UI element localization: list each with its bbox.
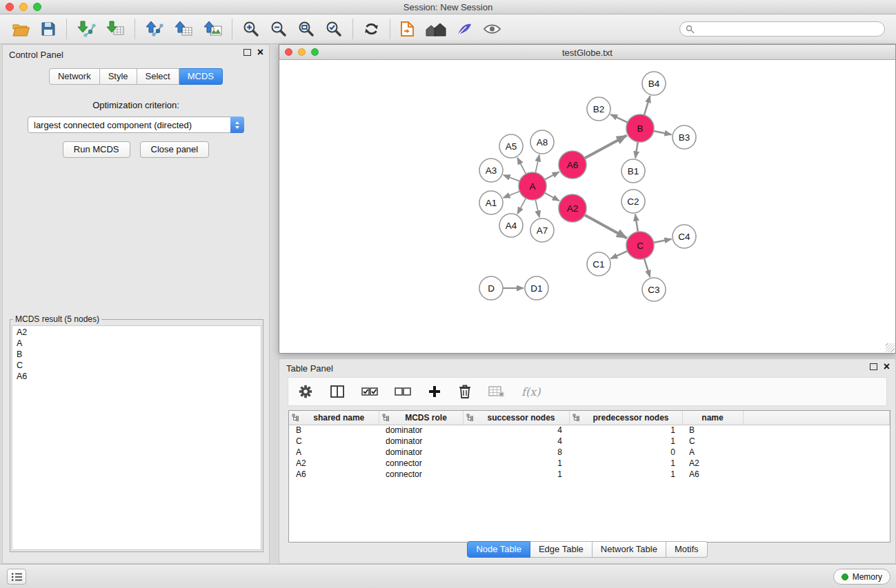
graph-edge-A-A3[interactable]: [504, 175, 520, 181]
mcds-result-item[interactable]: A6: [12, 371, 261, 382]
graph-node-D[interactable]: D: [479, 276, 503, 300]
network-overview-button[interactable]: [423, 20, 448, 39]
graph-edge-C-C2[interactable]: [635, 214, 638, 232]
export-table-button[interactable]: [172, 19, 195, 39]
table-row[interactable]: A6connector11A6: [289, 469, 890, 480]
mcds-result-item[interactable]: C: [12, 360, 261, 371]
table-panel-title: Table Panel: [286, 363, 333, 374]
optimization-criterion-select[interactable]: largest connected component (directed): [28, 116, 244, 133]
zoom-out-button[interactable]: [268, 19, 289, 39]
column-header-name[interactable]: name: [682, 411, 743, 425]
show-hide-button[interactable]: [481, 21, 503, 37]
graph-edge-A-A8[interactable]: [535, 155, 539, 173]
graph-edge-A-A6[interactable]: [545, 172, 559, 179]
graph-edge-B-B2[interactable]: [610, 114, 628, 123]
graph-edge-A-A5[interactable]: [517, 158, 526, 174]
tab-style[interactable]: Style: [100, 68, 137, 85]
function-builder-button[interactable]: f(x): [521, 385, 540, 398]
import-table-file-button[interactable]: [104, 19, 126, 39]
export-network-button[interactable]: [143, 19, 166, 39]
mcds-result-item[interactable]: B: [12, 349, 261, 360]
graph-node-A7[interactable]: A7: [530, 219, 554, 242]
mcds-result-item[interactable]: A2: [12, 327, 261, 338]
graph-node-B[interactable]: B: [626, 114, 654, 142]
refresh-button[interactable]: [361, 19, 381, 39]
graphics-details-button[interactable]: [455, 20, 475, 38]
table-row[interactable]: Cdominator41C: [289, 436, 890, 447]
table-row[interactable]: Bdominator41B: [289, 425, 890, 436]
graph-edge-A2-C[interactable]: [585, 215, 627, 239]
delete-table-button[interactable]: [488, 385, 505, 398]
table-row[interactable]: A2connector11A2: [289, 458, 890, 469]
zoom-in-button[interactable]: [241, 19, 261, 39]
tab-edge-table[interactable]: Edge Table: [530, 541, 593, 558]
column-visibility-button[interactable]: [330, 385, 345, 398]
column-header-predecessor-nodes[interactable]: predecessor nodes: [569, 411, 682, 425]
graph-edge-C-C4[interactable]: [654, 239, 672, 243]
graph-node-D1[interactable]: D1: [525, 276, 548, 300]
column-header-successor-nodes[interactable]: successor nodes: [463, 411, 569, 425]
graph-node-A[interactable]: A: [519, 172, 546, 200]
resize-grip[interactable]: [886, 343, 895, 352]
graph-node-C3[interactable]: C3: [642, 278, 666, 301]
graph-node-B1[interactable]: B1: [621, 159, 645, 183]
zoom-selected-button[interactable]: [323, 19, 344, 39]
select-all-button[interactable]: [361, 387, 378, 396]
close-table-panel-icon[interactable]: ×: [884, 363, 890, 370]
graph-edge-B-B4[interactable]: [644, 96, 650, 115]
graph-node-C1[interactable]: C1: [587, 252, 610, 276]
memory-button[interactable]: Memory: [833, 569, 890, 585]
tab-node-table[interactable]: Node Table: [467, 541, 530, 558]
folder-open-icon: [12, 21, 30, 37]
float-panel-icon[interactable]: [243, 49, 251, 56]
table-row[interactable]: Adominator80A: [289, 447, 890, 458]
tab-mcds[interactable]: MCDS: [179, 68, 223, 85]
graph-node-C[interactable]: C: [626, 232, 654, 259]
graph-edge-B-B3[interactable]: [654, 131, 672, 134]
graph-edge-B-B1[interactable]: [635, 142, 638, 158]
mcds-result-item[interactable]: A: [12, 338, 261, 349]
deselect-all-button[interactable]: [395, 387, 411, 396]
open-session-button[interactable]: [10, 20, 32, 39]
search-input[interactable]: [698, 23, 879, 34]
tab-motifs[interactable]: Motifs: [666, 541, 708, 558]
tab-network[interactable]: Network: [49, 68, 100, 85]
graph-node-B4[interactable]: B4: [642, 72, 666, 95]
import-network-file-button[interactable]: [75, 19, 97, 39]
graph-node-C2[interactable]: C2: [621, 190, 645, 213]
close-panel-button[interactable]: Close panel: [140, 141, 210, 158]
graph-node-A4[interactable]: A4: [499, 214, 523, 237]
graph-edge-A-A1[interactable]: [504, 191, 520, 198]
graph-node-C4[interactable]: C4: [673, 225, 696, 248]
graph-node-A5[interactable]: A5: [499, 134, 523, 158]
graph-edge-A-A4[interactable]: [517, 199, 526, 214]
graph-node-A3[interactable]: A3: [479, 159, 503, 182]
graph-edge-C-C1[interactable]: [610, 251, 627, 258]
network-canvas[interactable]: B4B2BB3A5A8A6B1A3AC2A1A2A4A7C4CC1C3DD1: [279, 60, 895, 353]
graph-edge-A-A2[interactable]: [545, 193, 559, 201]
run-mcds-button[interactable]: Run MCDS: [63, 141, 130, 158]
graph-node-B2[interactable]: B2: [587, 97, 610, 121]
graph-edge-C-C3[interactable]: [644, 258, 650, 277]
graph-edge-A6-B[interactable]: [585, 135, 627, 158]
graph-edge-A-A7[interactable]: [535, 200, 539, 218]
graph-node-A1[interactable]: A1: [479, 191, 503, 214]
column-header-mcds-role[interactable]: MCDS role: [379, 411, 463, 425]
task-history-button[interactable]: [7, 569, 26, 585]
export-image-button[interactable]: [201, 19, 223, 39]
delete-column-button[interactable]: [458, 384, 472, 399]
graph-node-A6[interactable]: A6: [559, 151, 586, 179]
zoom-fit-button[interactable]: [296, 19, 317, 39]
graph-node-B3[interactable]: B3: [673, 125, 696, 149]
save-session-button[interactable]: [39, 19, 58, 39]
tab-network-table[interactable]: Network Table: [593, 541, 666, 558]
float-table-panel-icon[interactable]: [870, 363, 877, 370]
add-column-button[interactable]: [428, 385, 441, 398]
column-header-shared-name[interactable]: shared name: [289, 411, 379, 425]
close-panel-icon[interactable]: ×: [257, 49, 263, 56]
graph-node-A2[interactable]: A2: [559, 194, 586, 222]
table-settings-button[interactable]: [298, 384, 313, 399]
document-button[interactable]: [399, 19, 416, 39]
tab-select[interactable]: Select: [137, 68, 179, 85]
graph-node-A8[interactable]: A8: [530, 130, 554, 154]
